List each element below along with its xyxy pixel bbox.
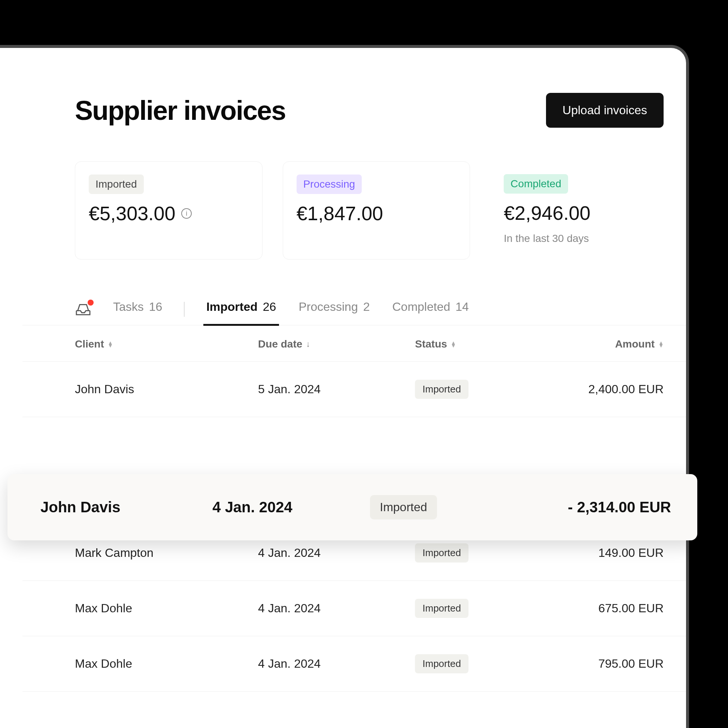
cell-amount: 149.00 EUR — [533, 546, 664, 560]
status-badge: Imported — [415, 543, 468, 563]
header-label: Client — [75, 338, 104, 350]
amount-value: €5,303.00 — [89, 202, 175, 225]
column-header-due-date[interactable]: Due date ↓ — [258, 338, 415, 350]
cell-amount: 2,400.00 EUR — [533, 382, 664, 396]
column-header-client[interactable]: Client ▲▼ — [75, 338, 258, 350]
column-header-status[interactable]: Status ▲▼ — [415, 338, 532, 350]
column-header-amount[interactable]: Amount ▲▼ — [533, 338, 664, 350]
tab-tasks[interactable]: Tasks 16 — [112, 293, 163, 325]
badge-imported: Imported — [89, 174, 144, 194]
tab-imported[interactable]: Imported 26 — [206, 293, 277, 325]
upload-invoices-button[interactable]: Upload invoices — [546, 93, 664, 128]
status-badge: Imported — [415, 654, 468, 673]
cell-due-date: 4 Jan. 2024 — [213, 499, 370, 515]
sort-icon: ▲▼ — [658, 341, 664, 347]
tab-label: Processing — [298, 300, 358, 314]
table-row[interactable]: Max Dohle 4 Jan. 2024 Imported 675.00 EU… — [23, 581, 686, 636]
cell-due-date: 4 Jan. 2024 — [258, 657, 415, 671]
summary-card-processing[interactable]: Processing €1,847.00 — [283, 161, 470, 260]
table-row-highlighted[interactable]: John Davis 4 Jan. 2024 Imported - 2,314.… — [8, 474, 697, 540]
badge-completed: Completed — [504, 174, 568, 194]
summary-cards: Imported €5,303.00 i Processing €1,847.0… — [75, 161, 664, 260]
tabs: Tasks 16 Imported 26 Processing 2 Comple… — [23, 293, 686, 326]
tab-count: 14 — [455, 300, 469, 314]
sort-icon: ▲▼ — [108, 341, 113, 347]
tab-count: 26 — [263, 300, 276, 314]
status-badge: Imported — [415, 380, 468, 399]
summary-card-completed[interactable]: Completed €2,946.00 In the last 30 days — [490, 161, 664, 260]
notification-dot-icon — [88, 300, 93, 306]
sort-down-icon: ↓ — [306, 339, 310, 349]
cell-due-date: 4 Jan. 2024 — [258, 546, 415, 560]
table-row[interactable]: Max Dohle 4 Jan. 2024 Imported 795.00 EU… — [23, 636, 686, 692]
cell-due-date: 4 Jan. 2024 — [258, 601, 415, 615]
header-label: Amount — [615, 338, 655, 350]
cell-client: John Davis — [40, 499, 213, 515]
tab-label: Imported — [206, 300, 258, 314]
summary-processing-amount: €1,847.00 — [297, 202, 456, 225]
tab-count: 16 — [149, 300, 162, 314]
table-header: Client ▲▼ Due date ↓ Status ▲▼ Amount ▲▼ — [23, 326, 686, 362]
tab-processing[interactable]: Processing 2 — [298, 293, 370, 325]
cell-status: Imported — [415, 599, 532, 618]
page-title: Supplier invoices — [75, 95, 285, 126]
status-badge: Imported — [415, 599, 468, 618]
cell-client: Max Dohle — [75, 601, 258, 615]
cell-amount: 675.00 EUR — [533, 601, 664, 615]
cell-client: Max Dohle — [75, 657, 258, 671]
cell-amount: 795.00 EUR — [533, 657, 664, 671]
table-row[interactable]: John Davis 5 Jan. 2024 Imported 2,400.00… — [23, 362, 686, 417]
header-label: Status — [415, 338, 447, 350]
summary-imported-amount: €5,303.00 i — [89, 202, 249, 225]
cell-client: Mark Campton — [75, 546, 258, 560]
divider — [184, 302, 185, 317]
cell-status: Imported — [415, 654, 532, 673]
header-label: Due date — [258, 338, 302, 350]
tab-count: 2 — [363, 300, 370, 314]
badge-processing: Processing — [297, 174, 362, 194]
cell-status: Imported — [415, 380, 532, 399]
cell-status: Imported — [370, 495, 499, 519]
tab-label: Tasks — [113, 300, 144, 314]
summary-card-imported[interactable]: Imported €5,303.00 i — [75, 161, 263, 260]
summary-completed-subtext: In the last 30 days — [504, 232, 664, 245]
header: Supplier invoices Upload invoices — [75, 93, 664, 128]
cell-client: John Davis — [75, 382, 258, 396]
tab-completed[interactable]: Completed 14 — [392, 293, 469, 325]
sort-icon: ▲▼ — [451, 341, 456, 347]
tab-label: Completed — [392, 300, 450, 314]
status-badge: Imported — [370, 495, 437, 519]
inbox-icon[interactable] — [75, 303, 91, 316]
cell-status: Imported — [415, 543, 532, 563]
info-icon[interactable]: i — [181, 208, 192, 219]
cell-amount: - 2,314.00 EUR — [499, 499, 671, 515]
summary-completed-amount: €2,946.00 — [504, 202, 664, 224]
cell-due-date: 5 Jan. 2024 — [258, 382, 415, 396]
